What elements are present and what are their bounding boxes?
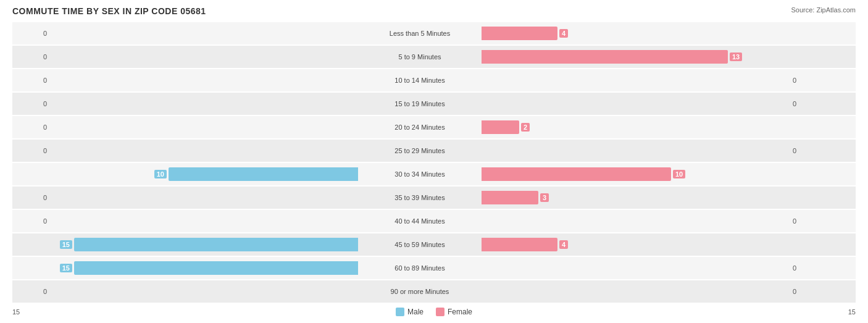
- header: COMMUTE TIME BY SEX IN ZIP CODE 05681 So…: [12, 6, 856, 16]
- right-bar-area: 3: [482, 191, 790, 204]
- female-bar: 4: [482, 27, 557, 40]
- female-bar: 3: [482, 191, 538, 204]
- legend-right-value: 15: [819, 308, 856, 316]
- row-label: 10 to 14 Minutes: [358, 77, 482, 84]
- left-bar-area: [49, 73, 358, 87]
- female-bar: 4: [482, 238, 557, 251]
- row-label: 40 to 44 Minutes: [358, 217, 482, 225]
- left-bar-area: [49, 144, 358, 157]
- chart-row: 0 Less than 5 Minutes 4: [12, 22, 856, 44]
- left-value: 0: [12, 217, 49, 225]
- right-bar-area: 4: [482, 27, 790, 40]
- left-value: 0: [12, 288, 49, 295]
- chart-row: 0 5 to 9 Minutes 13: [12, 46, 856, 68]
- left-bar-area: [49, 191, 358, 204]
- right-bar-area: [482, 73, 790, 87]
- male-bar: 15: [74, 238, 358, 251]
- chart-row: 10 30 to 34 Minutes 10: [12, 163, 856, 185]
- chart-row: 0 35 to 39 Minutes 3: [12, 187, 856, 209]
- right-value: 0: [790, 264, 827, 272]
- source-text: Source: ZipAtlas.com: [791, 6, 856, 14]
- row-label: 35 to 39 Minutes: [358, 194, 482, 201]
- legend-female-label: Female: [448, 308, 472, 316]
- left-value: 0: [12, 30, 49, 37]
- legend-row: 15 Male Female 15: [12, 308, 856, 316]
- chart-row: 0 20 to 24 Minutes 2: [12, 116, 856, 138]
- left-bar-area: 10: [49, 167, 358, 181]
- chart-area: 0 Less than 5 Minutes 4 0 5 to 9 Minutes: [12, 22, 856, 303]
- male-color-box: [396, 308, 404, 316]
- chart-row: 0 25 to 29 Minutes 0: [12, 140, 856, 162]
- left-bar-area: 15: [49, 238, 358, 251]
- right-value: 0: [790, 217, 827, 225]
- left-value: 0: [12, 53, 49, 61]
- legend-left-value: 15: [12, 308, 49, 316]
- right-bar-area: [482, 97, 790, 111]
- left-bar-area: [49, 50, 358, 64]
- left-bar-area: [49, 214, 358, 228]
- chart-row: 0 40 to 44 Minutes 0: [12, 210, 856, 232]
- male-bar: 10: [169, 167, 358, 181]
- right-bar-area: 2: [482, 120, 790, 134]
- row-label: Less than 5 Minutes: [358, 30, 482, 37]
- chart-row: 15 45 to 59 Minutes 4: [12, 233, 856, 256]
- chart-row: 0 10 to 14 Minutes 0: [12, 69, 856, 91]
- left-bar-area: [49, 97, 358, 111]
- male-bar: 15: [74, 261, 358, 275]
- left-bar-area: 15: [49, 261, 358, 275]
- row-label: 45 to 59 Minutes: [358, 241, 482, 248]
- row-label: 20 to 24 Minutes: [358, 124, 482, 131]
- left-value: 0: [12, 147, 49, 154]
- right-value: 0: [790, 100, 827, 107]
- right-bar-area: [482, 214, 790, 228]
- row-label: 90 or more Minutes: [358, 288, 482, 295]
- legend-male-label: Male: [407, 308, 424, 316]
- right-bar-area: 10: [482, 167, 790, 181]
- right-bar-area: [482, 261, 790, 275]
- legend-female: Female: [436, 308, 472, 316]
- female-bar: 10: [482, 167, 671, 181]
- chart-title: COMMUTE TIME BY SEX IN ZIP CODE 05681: [12, 6, 206, 16]
- female-color-box: [436, 308, 444, 316]
- left-value: 0: [12, 77, 49, 84]
- left-bar-area: [49, 285, 358, 298]
- row-label: 60 to 89 Minutes: [358, 264, 482, 272]
- right-bar-area: [482, 285, 790, 298]
- right-bar-area: 13: [482, 50, 790, 64]
- right-value: 0: [790, 288, 827, 295]
- left-value: 0: [12, 100, 49, 107]
- right-value: 0: [790, 77, 827, 84]
- female-bar: 13: [482, 50, 728, 64]
- right-value: 0: [790, 147, 827, 154]
- row-label: 30 to 34 Minutes: [358, 170, 482, 178]
- left-value: 0: [12, 124, 49, 131]
- left-bar-area: [49, 120, 358, 134]
- left-bar-area: [49, 27, 358, 40]
- row-label: 25 to 29 Minutes: [358, 147, 482, 154]
- row-label: 15 to 19 Minutes: [358, 100, 482, 107]
- left-value: 0: [12, 194, 49, 201]
- right-bar-area: [482, 144, 790, 157]
- legend-male: Male: [396, 308, 424, 316]
- legend-center: Male Female: [396, 308, 472, 316]
- right-bar-area: 4: [482, 238, 790, 251]
- row-label: 5 to 9 Minutes: [358, 53, 482, 61]
- chart-row: 15 60 to 89 Minutes 0: [12, 257, 856, 279]
- female-bar: 2: [482, 120, 519, 134]
- chart-row: 0 90 or more Minutes 0: [12, 280, 856, 303]
- chart-row: 0 15 to 19 Minutes 0: [12, 93, 856, 115]
